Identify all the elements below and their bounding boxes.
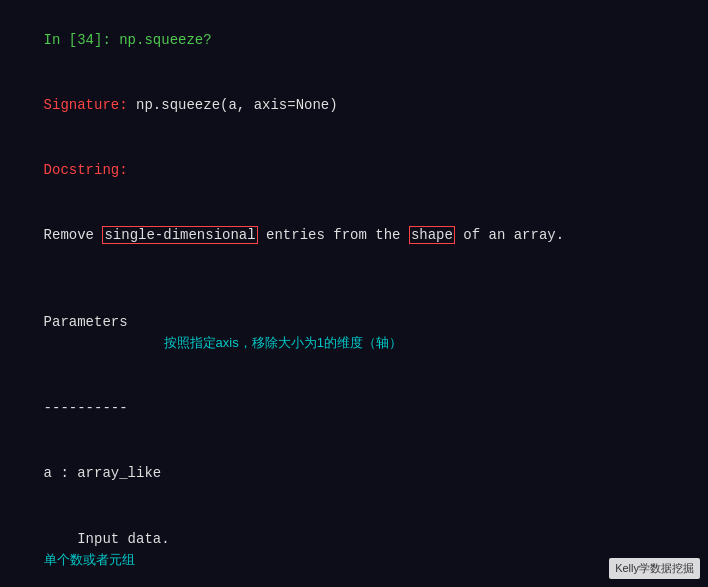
desc-single-dimensional: single-dimensional bbox=[102, 226, 257, 244]
parameters-header: Parameters bbox=[44, 314, 128, 330]
signature-line: Signature: np.squeeze(a, axis=None) bbox=[10, 73, 698, 138]
parameters-divider: ---------- bbox=[10, 377, 698, 442]
signature-label: Signature: bbox=[44, 97, 136, 113]
prompt-line: In [34]: np.squeeze? bbox=[10, 8, 698, 73]
description-line: Remove single-dimensional entries from t… bbox=[10, 203, 698, 268]
prompt-in: In [34]: np.squeeze? bbox=[44, 32, 212, 48]
param-a-name: a : array_like bbox=[44, 465, 162, 481]
desc-entries: entries from the bbox=[258, 227, 409, 243]
annotation-axis: 按照指定axis，移除大小为1的维度（轴） bbox=[164, 335, 402, 350]
param-divider-text: ---------- bbox=[44, 400, 128, 416]
desc-shape: shape bbox=[409, 226, 455, 244]
param-a-desc: Input data. bbox=[44, 531, 237, 547]
annotation-single: 单个数或者元组 bbox=[44, 552, 135, 567]
signature-value: np.squeeze(a, axis=None) bbox=[136, 97, 338, 113]
param-a-desc-line: Input data. 单个数或者元组 bbox=[10, 507, 698, 587]
empty-1 bbox=[10, 268, 698, 290]
desc-remove: Remove bbox=[44, 227, 103, 243]
docstring-label: Docstring: bbox=[44, 162, 128, 178]
parameters-header-line: Parameters 按照指定axis，移除大小为1的维度（轴） bbox=[10, 290, 698, 377]
desc-of: of an array. bbox=[455, 227, 564, 243]
param-a-line: a : array_like bbox=[10, 442, 698, 507]
terminal-window: In [34]: np.squeeze? Signature: np.squee… bbox=[0, 0, 708, 587]
watermark: Kelly学数据挖掘 bbox=[609, 558, 700, 579]
docstring-label-line: Docstring: bbox=[10, 138, 698, 203]
